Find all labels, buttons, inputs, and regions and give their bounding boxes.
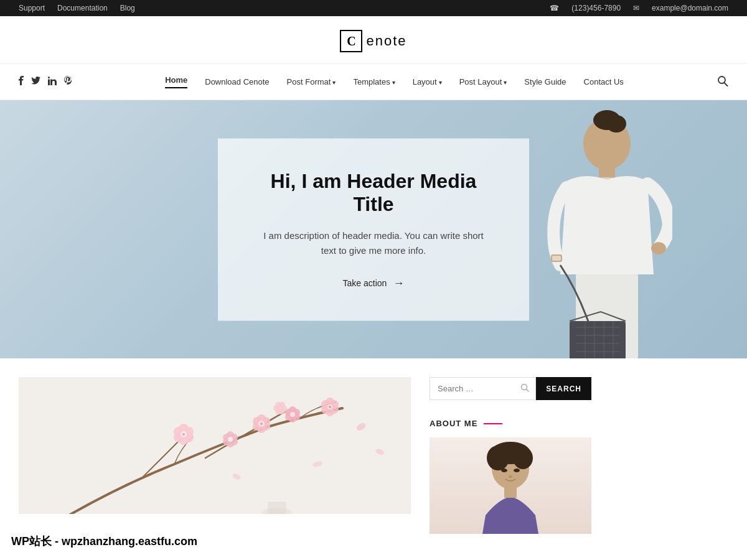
- svg-line-74: [527, 389, 529, 391]
- top-bar: Support Documentation Blog ☎ (123)456-78…: [0, 0, 747, 16]
- email-icon: ✉: [633, 4, 639, 12]
- hero-section: Hi, I am Header Media Title I am descrip…: [0, 100, 747, 358]
- top-bar-left: Support Documentation Blog: [19, 4, 135, 12]
- nav-item-post-format[interactable]: Post Format▾: [278, 66, 345, 98]
- about-me-photo: [430, 437, 591, 534]
- nav-bar: Home Download Cenote Post Format▾ Templa…: [0, 63, 747, 100]
- svg-point-53: [182, 433, 185, 436]
- svg-point-80: [501, 469, 507, 472]
- nav-item-layout[interactable]: Layout▾: [404, 66, 451, 98]
- top-bar-right: ☎ (123)456-7890 ✉ example@domain.com: [550, 4, 728, 12]
- nav-link-style-guide[interactable]: Style Guide: [515, 66, 575, 98]
- nav-item-templates[interactable]: Templates▾: [344, 66, 403, 98]
- nav-link-post-layout[interactable]: Post Layout▾: [451, 66, 516, 98]
- svg-point-82: [509, 475, 512, 478]
- nav-links: Home Download Cenote Post Format▾ Templa…: [156, 64, 632, 100]
- search-input-wrap: [430, 377, 536, 400]
- svg-rect-0: [48, 79, 50, 85]
- hero-title: Hi, I am Header Media Title: [255, 169, 492, 215]
- pinterest-icon[interactable]: [64, 76, 72, 88]
- phone-number: (123)456-7890: [571, 4, 621, 12]
- nav-link-download[interactable]: Download Cenote: [196, 66, 278, 98]
- nav-link-post-format[interactable]: Post Format▾: [278, 66, 345, 98]
- social-icons: [19, 76, 72, 88]
- documentation-link[interactable]: Documentation: [57, 4, 108, 12]
- svg-point-30: [260, 422, 263, 425]
- svg-point-78: [513, 447, 533, 469]
- svg-point-10: [651, 242, 666, 254]
- hero-content-box: Hi, I am Header Media Title I am descrip…: [218, 138, 529, 320]
- search-input[interactable]: [430, 378, 535, 399]
- svg-rect-79: [504, 487, 517, 498]
- svg-rect-21: [552, 256, 561, 261]
- search-icon[interactable]: [717, 75, 728, 89]
- linkedin-icon[interactable]: [48, 77, 57, 88]
- svg-rect-11: [570, 321, 626, 358]
- nav-item-post-layout[interactable]: Post Layout▾: [451, 66, 516, 98]
- nav-item-home[interactable]: Home: [156, 64, 196, 100]
- hero-cta-label: Take action: [343, 278, 387, 288]
- hero-cta-arrow: →: [393, 276, 404, 289]
- nav-link-contact[interactable]: Contact Us: [575, 66, 632, 98]
- support-link[interactable]: Support: [19, 4, 45, 12]
- nav-item-style-guide[interactable]: Style Guide: [515, 66, 575, 98]
- svg-point-81: [514, 469, 520, 472]
- svg-point-6: [606, 115, 626, 133]
- nav-link-home[interactable]: Home: [156, 64, 196, 100]
- hero-cta-button[interactable]: Take action →: [343, 276, 405, 289]
- blog-post-image: [19, 377, 411, 514]
- sidebar: SEARCH ABOUT ME: [430, 377, 591, 534]
- search-magnifier-icon: [520, 383, 529, 394]
- hero-description: I am description of header media. You ca…: [255, 228, 492, 258]
- svg-point-1: [48, 77, 50, 78]
- svg-rect-22: [19, 377, 411, 514]
- email-address: example@domain.com: [652, 4, 728, 12]
- phone-icon: ☎: [550, 4, 559, 12]
- nav-item-download[interactable]: Download Cenote: [196, 66, 278, 98]
- about-me-title: ABOUT ME: [430, 419, 591, 428]
- svg-line-3: [725, 83, 728, 86]
- content-area: SEARCH ABOUT ME: [0, 358, 747, 534]
- logo-text: enote: [366, 33, 406, 49]
- watermark: WP站长 - wpzhanzhang.eastfu.com: [11, 534, 197, 549]
- svg-point-77: [487, 446, 509, 470]
- logo[interactable]: C enote: [340, 30, 406, 52]
- about-me-widget: ABOUT ME: [430, 419, 591, 534]
- facebook-icon[interactable]: [19, 76, 24, 88]
- svg-rect-72: [268, 502, 286, 514]
- nav-link-templates[interactable]: Templates▾: [344, 66, 403, 98]
- logo-letter: C: [340, 30, 362, 52]
- logo-area: C enote: [0, 16, 747, 63]
- blog-link[interactable]: Blog: [120, 4, 135, 12]
- twitter-icon[interactable]: [31, 77, 40, 87]
- svg-point-60: [228, 437, 233, 442]
- nav-link-layout[interactable]: Layout▾: [404, 66, 451, 98]
- search-widget: SEARCH: [430, 377, 591, 400]
- search-button[interactable]: SEARCH: [536, 377, 591, 400]
- svg-point-37: [290, 412, 295, 417]
- nav-item-contact[interactable]: Contact Us: [575, 66, 632, 98]
- svg-point-45: [329, 406, 331, 408]
